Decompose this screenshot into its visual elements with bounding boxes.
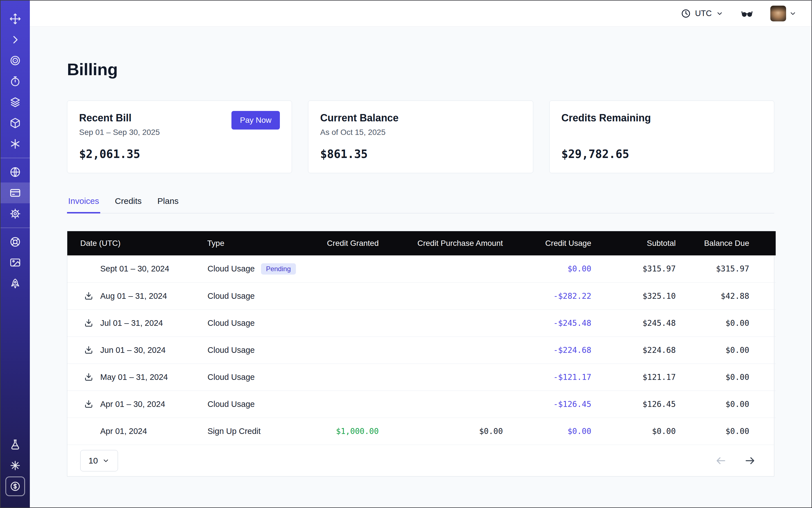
download-invoice-button[interactable] [83, 318, 94, 328]
layers-icon [9, 96, 21, 108]
balance-due-cell: $0.00 [689, 418, 776, 444]
invoice-date: Apr 01 – 30, 2024 [100, 399, 165, 409]
download-invoice-button[interactable] [83, 345, 94, 355]
move-logo-icon [9, 13, 21, 25]
sidebar-item-snowflake[interactable] [1, 455, 30, 476]
credit-granted-cell [310, 309, 392, 337]
topbar: UTC [30, 1, 811, 27]
invoice-type: Cloud Usage [208, 345, 255, 355]
table-row: Jun 01 – 30, 2024 Cloud Usage -$224.68 $… [67, 337, 776, 364]
credit-usage-cell: $0.00 [516, 255, 605, 283]
invoice-type: Cloud Usage [208, 373, 255, 382]
invoice-type: Cloud Usage [208, 319, 255, 328]
download-icon [84, 318, 93, 328]
sidebar-item-support[interactable] [1, 231, 30, 252]
clock-icon [681, 8, 691, 18]
invoice-date: Aug 01 – 31, 2024 [100, 291, 167, 301]
invoice-date: May 01 – 31, 2024 [100, 373, 168, 382]
sidebar-item-flask[interactable] [1, 434, 30, 455]
next-page-button[interactable] [744, 455, 756, 467]
credit-purchase-cell [392, 309, 516, 337]
arrow-left-icon [715, 455, 727, 467]
download-invoice-button[interactable] [83, 291, 94, 301]
card-subtitle: Sep 01 – Sep 30, 2025 [79, 128, 160, 137]
pay-now-button[interactable]: Pay Now [231, 111, 280, 130]
balance-due-cell: $42.88 [689, 283, 776, 309]
invoice-date: Apr 01, 2024 [100, 427, 147, 436]
credit-purchase-cell [392, 255, 516, 283]
sidebar-item-expand[interactable] [1, 29, 30, 50]
sidebar-item-target[interactable] [1, 50, 30, 71]
timer-icon [9, 76, 21, 87]
sidebar-item-timer[interactable] [1, 71, 30, 92]
invoices-table: Date (UTC) Type Credit Granted Credit Pu… [67, 231, 774, 476]
chevron-down-icon [716, 9, 724, 17]
sidebar-item-dollar[interactable] [1, 476, 30, 497]
credit-purchase-cell [392, 283, 516, 309]
rocket-icon [9, 278, 21, 290]
invoice-type: Cloud Usage [208, 399, 255, 409]
avatar [770, 6, 786, 22]
main-area: UTC Billing [30, 1, 811, 507]
invoice-type: Sign Up Credit [208, 427, 261, 436]
credit-granted-cell: $1,000.00 [310, 418, 392, 444]
timezone-button[interactable]: UTC [679, 8, 725, 19]
chevron-down-icon [789, 9, 797, 17]
credit-usage-cell: $0.00 [516, 418, 605, 444]
credit-granted-cell [310, 337, 392, 364]
dollar-badge-frame [5, 476, 25, 496]
page-size-select[interactable]: 10 [80, 450, 118, 471]
download-icon [84, 399, 93, 409]
chevron-right-icon [9, 34, 21, 46]
sidebar-item-asterisk[interactable] [1, 133, 30, 154]
sidebar-item-display[interactable] [1, 252, 30, 273]
card-title: Current Balance [320, 112, 521, 124]
sidebar-item-cube[interactable] [1, 113, 30, 133]
sidebar-divider [1, 227, 30, 228]
download-invoice-button[interactable] [83, 372, 94, 382]
credit-granted-cell [310, 255, 392, 283]
sidebar-item-settings[interactable] [1, 203, 30, 224]
sidebar-item-billing[interactable] [1, 182, 30, 203]
flask-icon [9, 439, 21, 451]
invoice-date: Jul 01 – 31, 2024 [100, 319, 163, 328]
glasses-icon [740, 7, 754, 20]
display-icon [9, 257, 21, 269]
sidebar-divider [1, 158, 30, 158]
tab-plans[interactable]: Plans [156, 196, 180, 213]
subtotal-cell: $0.00 [605, 418, 689, 444]
sidebar-item-logo[interactable] [1, 8, 30, 29]
invoice-type: Cloud Usage [208, 264, 255, 273]
table-header-row: Date (UTC) Type Credit Granted Credit Pu… [67, 231, 776, 255]
credit-granted-cell [310, 390, 392, 418]
download-icon [84, 345, 93, 355]
table-row: Sept 01 – 30, 2024 Cloud Usage Pending $… [67, 255, 776, 283]
download-invoice-button[interactable] [83, 399, 94, 410]
current-balance-amount: $861.35 [320, 147, 368, 161]
billing-tabs: Invoices Credits Plans [67, 196, 774, 213]
card-title: Recent Bill [79, 112, 160, 124]
glasses-button[interactable] [740, 7, 754, 20]
previous-page-button[interactable] [715, 455, 727, 467]
billing-page: UTC Billing [0, 0, 812, 508]
sidebar-item-rocket[interactable] [1, 273, 30, 294]
download-icon [84, 372, 93, 382]
user-menu-button[interactable] [769, 5, 799, 22]
subtotal-cell: $245.48 [605, 309, 689, 337]
tab-credits[interactable]: Credits [114, 196, 143, 213]
tab-invoices[interactable]: Invoices [67, 196, 100, 213]
balance-due-cell: $0.00 [689, 309, 776, 337]
sidebar-item-layers[interactable] [1, 92, 30, 113]
asterisk-icon [9, 138, 21, 150]
col-credit-purchase: Credit Purchase Amount [392, 231, 516, 255]
balance-due-cell: $0.00 [689, 337, 776, 364]
arrow-right-icon [744, 455, 756, 467]
sidebar-item-globe[interactable] [1, 162, 30, 182]
billing-card-icon [9, 187, 21, 199]
subtotal-cell: $121.17 [605, 364, 689, 390]
card-title: Credits Remaining [561, 112, 762, 124]
credit-purchase-cell [392, 390, 516, 418]
table-row: Jul 01 – 31, 2024 Cloud Usage -$245.48 $… [67, 309, 776, 337]
credits-remaining-card: Credits Remaining $29,782.65 [549, 100, 774, 173]
card-subtitle: As of Oct 15, 2025 [320, 128, 521, 137]
